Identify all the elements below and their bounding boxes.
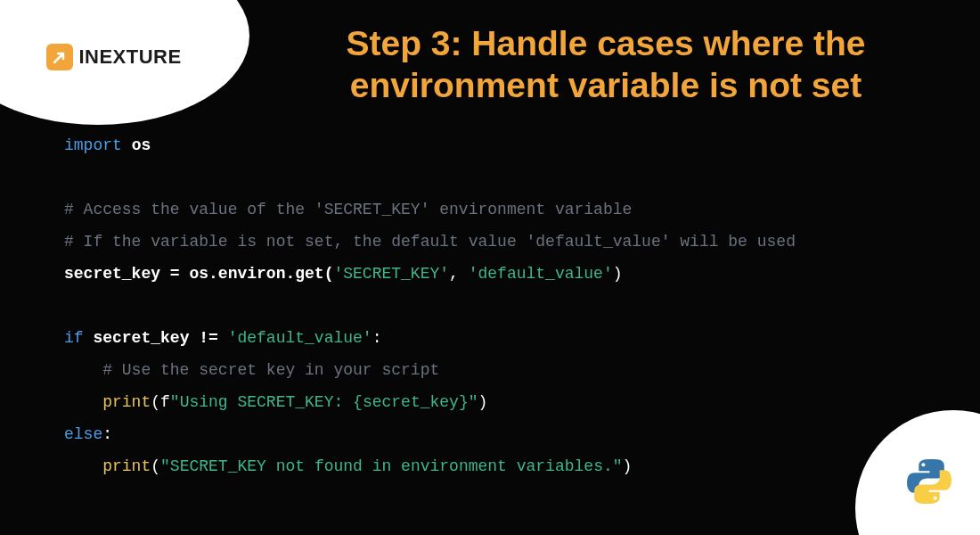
open-1: (f <box>151 393 170 411</box>
svg-point-1 <box>934 497 937 500</box>
colon-1: : <box>372 329 382 347</box>
kw-else: else <box>64 425 102 443</box>
close-2: ) <box>623 457 633 475</box>
str-notfound: "SECRET_KEY not found in environment var… <box>160 457 622 475</box>
if-expr: secret_key != <box>84 329 228 347</box>
str-secret-key: 'SECRET_KEY' <box>333 265 449 283</box>
brand-logo: INEXTURE <box>46 44 181 70</box>
colon-2: : <box>102 425 112 443</box>
str-default-2: 'default_value' <box>228 329 372 347</box>
comment-1: # Access the value of the 'SECRET_KEY' e… <box>64 201 632 218</box>
fn-print-1: print <box>102 393 151 411</box>
indent-1 <box>64 393 102 411</box>
open-2: ( <box>151 457 160 475</box>
fstring-1: "Using SECRET_KEY: {secret_key}" <box>170 393 478 411</box>
svg-point-0 <box>921 463 925 466</box>
arrow-icon <box>46 44 73 70</box>
code-block: import os # Access the value of the 'SEC… <box>64 129 927 482</box>
comment-2: # If the variable is not set, the defaul… <box>64 233 796 251</box>
heading-line-1: Step 3: Handle cases where the <box>346 24 865 62</box>
comma: , <box>449 265 469 283</box>
heading-line-2: environment variable is not set <box>350 66 862 104</box>
brand-name: INEXTURE <box>78 45 181 69</box>
step-heading: Step 3: Handle cases where the environme… <box>267 23 944 107</box>
kw-if: if <box>64 329 84 347</box>
module-os: os <box>132 136 151 154</box>
indent-2 <box>64 457 102 475</box>
close-paren: ) <box>613 265 623 283</box>
kw-import: import <box>64 136 122 154</box>
str-default: 'default_value' <box>469 265 613 283</box>
close-1: ) <box>478 393 488 411</box>
assign-expr: secret_key = os.environ.get( <box>64 265 333 283</box>
logo-corner: INEXTURE <box>0 0 249 125</box>
python-icon <box>904 457 954 510</box>
fn-print-2: print <box>102 457 151 475</box>
comment-3: # Use the secret key in your script <box>64 361 439 379</box>
